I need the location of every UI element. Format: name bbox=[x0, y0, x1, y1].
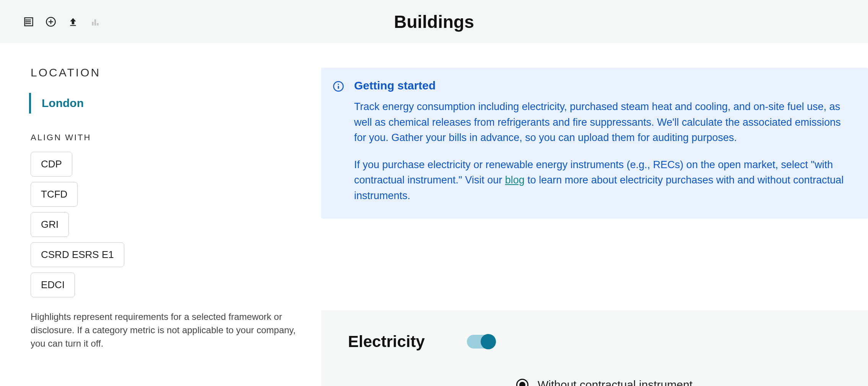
without-contract-label: Without contractual instrument bbox=[538, 378, 692, 386]
info-paragraph-1: Track energy consumption including elect… bbox=[354, 99, 854, 146]
category-title: Electricity bbox=[348, 332, 425, 351]
list-icon[interactable] bbox=[23, 16, 34, 28]
add-icon[interactable] bbox=[45, 16, 57, 28]
info-title: Getting started bbox=[354, 79, 854, 92]
info-icon bbox=[333, 81, 344, 92]
svg-rect-13 bbox=[97, 23, 98, 26]
svg-rect-12 bbox=[94, 19, 96, 25]
svg-point-5 bbox=[26, 21, 26, 22]
svg-point-16 bbox=[338, 84, 339, 85]
without-contract-radio[interactable] bbox=[516, 379, 528, 386]
framework-chip-cdp[interactable]: CDP bbox=[31, 152, 72, 177]
location-link[interactable]: London bbox=[42, 97, 84, 109]
getting-started-box: Getting started Track energy consumption… bbox=[321, 68, 868, 219]
info-body: Getting started Track energy consumption… bbox=[354, 79, 854, 203]
electricity-toggle[interactable] bbox=[467, 335, 494, 349]
contract-option-row: Without contractual instrument bbox=[516, 378, 841, 386]
align-with-label: ALIGN WITH bbox=[31, 133, 306, 143]
page-title: Buildings bbox=[394, 11, 474, 32]
upload-icon[interactable] bbox=[67, 16, 79, 28]
topbar: Buildings bbox=[0, 0, 868, 43]
svg-rect-10 bbox=[70, 25, 76, 26]
framework-help-text: Highlights represent requirements for a … bbox=[31, 310, 306, 350]
main-content: Getting started Track energy consumption… bbox=[321, 43, 868, 386]
electricity-panel: Electricity Without contractual instrume… bbox=[321, 310, 868, 386]
blog-link[interactable]: blog bbox=[505, 174, 525, 186]
framework-chip-csrd[interactable]: CSRD ESRS E1 bbox=[31, 242, 124, 267]
framework-chip-tcfd[interactable]: TCFD bbox=[31, 182, 78, 207]
location-label: LOCATION bbox=[31, 66, 306, 79]
svg-point-6 bbox=[26, 23, 26, 24]
info-text: Track energy consumption including elect… bbox=[354, 99, 854, 203]
topbar-icons bbox=[23, 16, 101, 28]
category-header: Electricity bbox=[348, 332, 841, 351]
chart-icon bbox=[89, 16, 101, 28]
svg-rect-11 bbox=[92, 22, 93, 26]
info-paragraph-2: If you purchase electricity or renewable… bbox=[354, 157, 854, 204]
framework-chips: CDP TCFD GRI CSRD ESRS E1 EDCI bbox=[31, 152, 306, 297]
location-item-london[interactable]: London bbox=[29, 93, 306, 114]
svg-point-4 bbox=[26, 19, 26, 20]
framework-chip-edci[interactable]: EDCI bbox=[31, 272, 75, 297]
framework-chip-gri[interactable]: GRI bbox=[31, 212, 69, 237]
sidebar: LOCATION London ALIGN WITH CDP TCFD GRI … bbox=[0, 43, 321, 386]
